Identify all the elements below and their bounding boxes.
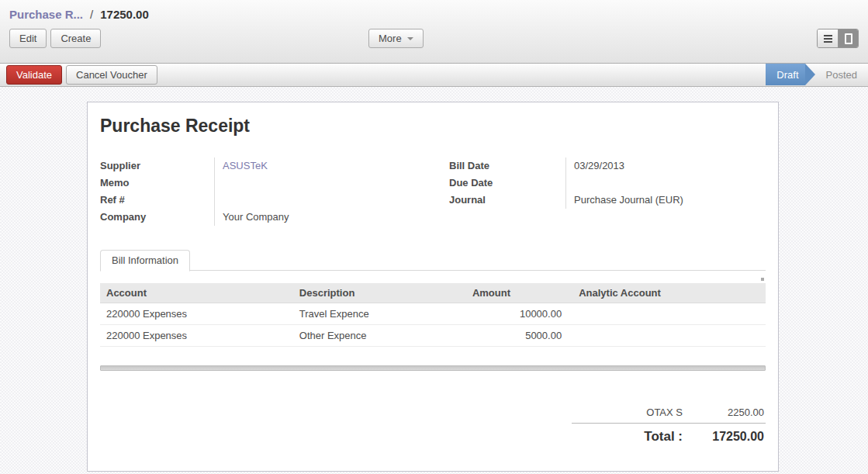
- breadcrumb-parent-link[interactable]: Purchase R...: [9, 8, 83, 21]
- cell-analytic-account[interactable]: [572, 325, 766, 347]
- tax-row: OTAX S 2250.00: [572, 403, 766, 421]
- caret-down-icon: [407, 37, 413, 40]
- lines-table: Account Description Amount Analytic Acco…: [100, 283, 766, 347]
- field-company: Company Your Company: [100, 209, 449, 226]
- form-view-icon: [845, 33, 852, 44]
- lines-table-wrap: Account Description Amount Analytic Acco…: [100, 283, 766, 371]
- due-date-value: [565, 175, 766, 192]
- main-background: Purchase Receipt Supplier ASUSTeK Memo R…: [0, 87, 868, 474]
- cell-description[interactable]: Other Expence: [293, 325, 466, 347]
- memo-value: [214, 175, 449, 192]
- field-journal: Journal Purchase Journal (EUR): [449, 192, 766, 209]
- header-amount[interactable]: Amount: [466, 283, 572, 303]
- toolbar: Edit Create More: [0, 25, 868, 51]
- memo-label: Memo: [100, 175, 214, 192]
- table-row[interactable]: 220000 Expenses Other Expence 5000.00: [100, 325, 766, 347]
- header-description[interactable]: Description: [293, 283, 466, 303]
- field-supplier: Supplier ASUSTeK: [100, 157, 449, 175]
- total-row: Total : 17250.00: [572, 424, 766, 448]
- more-button[interactable]: More: [368, 29, 424, 48]
- notebook: Bill Information Account Description Amo…: [100, 249, 766, 448]
- tax-value: 2250.00: [683, 407, 764, 418]
- total-value: 17250.00: [683, 430, 764, 444]
- field-group-right: Bill Date 03/29/2013 Due Date Journal Pu…: [449, 157, 766, 226]
- cell-account[interactable]: 220000 Expenses: [100, 325, 293, 347]
- company-value: Your Company: [214, 209, 449, 226]
- total-label: Total :: [573, 429, 683, 445]
- form-sheet: Purchase Receipt Supplier ASUSTeK Memo R…: [87, 102, 779, 472]
- supplier-label: Supplier: [100, 157, 214, 175]
- status-bar: Validate Cancel Voucher Draft Posted: [0, 64, 868, 87]
- breadcrumb-separator: /: [90, 8, 93, 21]
- validate-button[interactable]: Validate: [6, 65, 62, 85]
- field-bill-date: Bill Date 03/29/2013: [449, 157, 766, 175]
- field-ref: Ref #: [100, 192, 449, 209]
- ref-value: [214, 192, 449, 209]
- bill-date-label: Bill Date: [449, 157, 565, 175]
- form-view-button[interactable]: [838, 29, 858, 47]
- cell-amount[interactable]: 5000.00: [466, 325, 572, 347]
- column-resize-handle[interactable]: [761, 278, 764, 281]
- header-analytic-account[interactable]: Analytic Account: [572, 283, 766, 303]
- horizontal-scrollbar[interactable]: [100, 365, 766, 371]
- ref-label: Ref #: [100, 192, 214, 209]
- field-memo: Memo: [100, 175, 449, 192]
- list-view-button[interactable]: [818, 29, 838, 47]
- edit-button[interactable]: Edit: [9, 29, 47, 48]
- breadcrumb: Purchase R... / 17250.00: [0, 0, 868, 25]
- breadcrumb-current: 17250.00: [100, 8, 149, 21]
- table-header-row: Account Description Amount Analytic Acco…: [100, 283, 766, 303]
- journal-label: Journal: [449, 192, 565, 209]
- totals-section: OTAX S 2250.00 Total : 17250.00: [572, 403, 766, 448]
- more-button-label: More: [379, 33, 402, 44]
- list-view-icon: [824, 35, 832, 43]
- top-header: Purchase R... / 17250.00 Edit Create Mor…: [0, 0, 868, 64]
- cell-analytic-account[interactable]: [572, 303, 766, 325]
- cancel-voucher-button[interactable]: Cancel Voucher: [66, 65, 157, 85]
- due-date-label: Due Date: [449, 175, 565, 192]
- field-due-date: Due Date: [449, 175, 766, 192]
- tax-label: OTAX S: [573, 407, 683, 418]
- tab-bill-information[interactable]: Bill Information: [100, 250, 190, 272]
- cell-amount[interactable]: 10000.00: [466, 303, 572, 325]
- field-groups: Supplier ASUSTeK Memo Ref # Company Your…: [100, 157, 766, 226]
- tab-bar: Bill Information: [100, 249, 766, 271]
- cell-account[interactable]: 220000 Expenses: [100, 303, 293, 325]
- view-switcher: [817, 29, 859, 48]
- state-indicator: Draft Posted: [766, 64, 868, 85]
- field-group-left: Supplier ASUSTeK Memo Ref # Company Your…: [100, 157, 449, 226]
- supplier-value-link[interactable]: ASUSTeK: [214, 157, 449, 175]
- cell-description[interactable]: Travel Expence: [293, 303, 466, 325]
- company-label: Company: [100, 209, 214, 226]
- journal-value: Purchase Journal (EUR): [565, 192, 766, 209]
- header-account[interactable]: Account: [100, 283, 293, 303]
- bill-date-value: 03/29/2013: [565, 157, 766, 175]
- page-title: Purchase Receipt: [100, 116, 766, 137]
- state-draft: Draft: [766, 64, 804, 85]
- table-row[interactable]: 220000 Expenses Travel Expence 10000.00: [100, 303, 766, 325]
- create-button[interactable]: Create: [50, 29, 101, 48]
